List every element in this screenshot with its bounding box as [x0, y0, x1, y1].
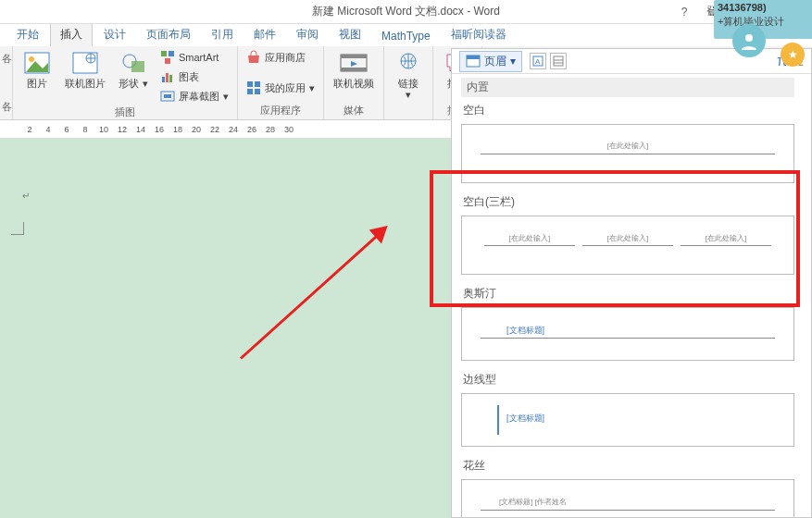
ribbon-crop-left: 各 各	[0, 46, 13, 119]
quick-parts-button[interactable]	[550, 53, 567, 69]
app-store-button[interactable]: 应用商店	[244, 48, 318, 67]
shapes-icon	[119, 50, 148, 76]
my-apps-button[interactable]: 我的应用 ▾	[244, 79, 318, 97]
tab-mathtype[interactable]: MathType	[372, 26, 440, 46]
overlay-number: 34136798)	[714, 0, 812, 15]
ruler-mark: 12	[113, 125, 131, 134]
group-apps: 应用商店 我的应用 ▾ 应用程序	[238, 46, 324, 119]
gallery-item-three-col[interactable]: [在此处输入] [在此处输入] [在此处输入]	[461, 216, 794, 275]
svg-rect-3	[73, 53, 97, 73]
tab-review[interactable]: 审阅	[287, 23, 328, 46]
svg-rect-14	[164, 94, 171, 98]
gallery-item-austin[interactable]: [文档标题]	[461, 307, 794, 361]
link-icon	[394, 50, 423, 76]
ruler-mark: 30	[280, 125, 298, 134]
picture-icon	[22, 50, 52, 76]
vertical-ruler[interactable]	[0, 139, 17, 518]
header-gallery-dropdown: 页眉 ▾ A π Ω 内置 空白 [在此处输入] 空白(三栏) [在此处输入] …	[451, 48, 812, 518]
overlay-text: +算机毕业设计	[714, 15, 812, 29]
video-icon	[339, 50, 369, 76]
svg-rect-10	[162, 77, 165, 82]
online-picture-label: 联机图片	[65, 78, 106, 89]
smartart-button[interactable]: SmartArt	[157, 48, 231, 67]
gallery-item-austin-title: 奥斯汀	[461, 282, 794, 305]
group-label-media: 媒体	[330, 104, 378, 119]
window-title: 新建 Microsoft Word 文档.docx - Word	[312, 4, 500, 19]
svg-rect-12	[169, 75, 172, 82]
text-box-button[interactable]: A	[530, 53, 546, 69]
ruler-mark: 28	[261, 125, 280, 134]
ruler-mark: 22	[206, 125, 224, 134]
chart-button[interactable]: 图表	[157, 68, 231, 86]
link-button[interactable]: 链接▾	[390, 48, 427, 102]
gallery-item-blank[interactable]: [在此处输入]	[461, 124, 794, 183]
tab-references[interactable]: 引用	[202, 23, 243, 46]
ruler-mark: 24	[224, 125, 243, 134]
svg-rect-20	[341, 55, 367, 58]
shapes-label: 形状 ▾	[119, 78, 147, 89]
chart-icon	[160, 69, 175, 84]
ruler-mark: 10	[94, 125, 113, 134]
svg-rect-24	[467, 56, 480, 59]
screenshot-icon	[160, 89, 175, 104]
tab-insert[interactable]: 插入	[50, 22, 93, 46]
svg-rect-9	[165, 58, 170, 64]
tab-foxit[interactable]: 福昕阅读器	[442, 23, 516, 46]
shapes-button[interactable]: 形状 ▾	[115, 48, 152, 91]
overlay-star-icon: ★	[781, 43, 805, 67]
ruler-mark: 16	[150, 125, 169, 134]
group-label-illustration: 插图	[19, 105, 231, 121]
gallery-item-silk[interactable]: [文档标题] [作者姓名	[461, 479, 794, 518]
picture-button[interactable]: 图片	[19, 48, 56, 91]
svg-text:A: A	[535, 57, 541, 66]
paragraph-mark-icon: ↵	[22, 191, 30, 201]
svg-point-2	[29, 56, 34, 62]
tab-design[interactable]: 设计	[94, 23, 135, 46]
gallery-item-border[interactable]: [文档标题]	[461, 393, 794, 447]
ruler-mark: 14	[131, 125, 150, 134]
online-picture-icon	[70, 50, 100, 76]
ruler-mark: 4	[39, 125, 57, 134]
ribbon-tabs: 开始 插入 设计 页面布局 引用 邮件 审阅 视图 MathType 福昕阅读器	[0, 24, 812, 46]
ruler-mark: 26	[243, 125, 261, 134]
header-dropdown-button[interactable]: 页眉 ▾	[459, 51, 522, 72]
tab-view[interactable]: 视图	[330, 23, 370, 46]
group-media: 联机视频 媒体	[324, 46, 384, 119]
screenshot-button[interactable]: 屏幕截图 ▾	[157, 87, 231, 105]
online-picture-button[interactable]: 联机图片	[61, 48, 109, 91]
svg-rect-8	[169, 51, 174, 56]
gallery-section-builtin: 内置	[461, 78, 794, 97]
gallery-item-border-title: 边线型	[461, 368, 794, 391]
overlay-avatar-icon	[732, 24, 766, 57]
gallery-item-three-col-title: 空白(三栏)	[461, 191, 794, 214]
store-icon	[246, 50, 261, 65]
svg-rect-11	[166, 73, 169, 82]
link-label: 链接▾	[398, 78, 418, 100]
title-bar: 新建 Microsoft Word 文档.docx - Word 登录 ? ▭ …	[0, 0, 812, 24]
svg-point-0	[745, 34, 753, 42]
tab-mailings[interactable]: 邮件	[244, 23, 285, 46]
gallery-item-silk-title: 花丝	[461, 454, 794, 477]
picture-label: 图片	[27, 78, 47, 89]
gallery-scroll[interactable]: 内置 空白 [在此处输入] 空白(三栏) [在此处输入] [在此处输入] [在此…	[452, 74, 811, 518]
crop-cell: 各	[0, 94, 12, 119]
page-corner-mark	[11, 222, 24, 235]
group-illustration: 图片 联机图片 形状 ▾ SmartArt 图表 屏幕截图 ▾ 插图	[13, 46, 238, 119]
ruler-mark: 20	[187, 125, 206, 134]
tab-home[interactable]: 开始	[7, 23, 48, 46]
ruler-mark: 18	[169, 125, 187, 134]
svg-rect-27	[554, 56, 563, 66]
group-links: 链接▾	[384, 46, 433, 119]
group-label-links	[390, 117, 427, 119]
ruler-mark: 8	[76, 125, 94, 134]
tab-layout[interactable]: 页面布局	[137, 23, 200, 46]
svg-rect-15	[247, 81, 253, 87]
svg-rect-18	[255, 89, 260, 94]
svg-rect-21	[341, 68, 367, 71]
svg-rect-6	[131, 61, 144, 72]
online-video-label: 联机视频	[333, 78, 374, 89]
online-video-button[interactable]: 联机视频	[330, 48, 378, 91]
help-icon[interactable]: ?	[677, 6, 692, 18]
group-label-apps: 应用程序	[244, 104, 318, 119]
svg-rect-16	[255, 81, 260, 87]
